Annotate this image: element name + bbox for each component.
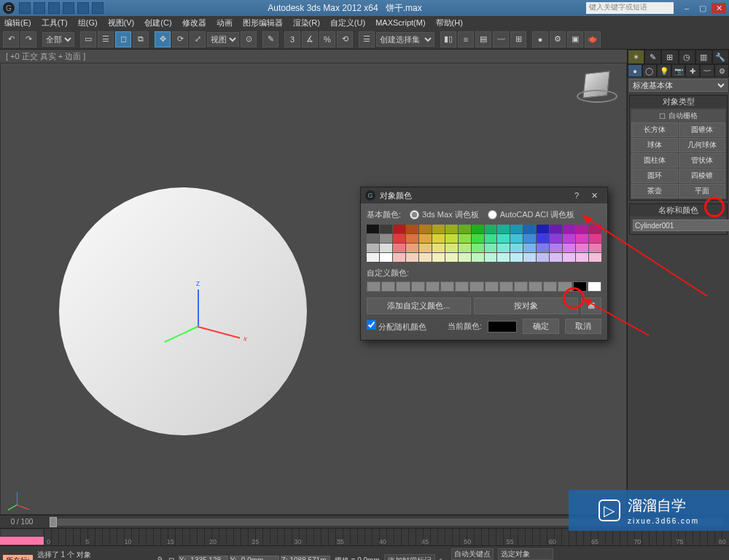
menu-views[interactable]: 视图(V) xyxy=(108,18,135,28)
autokey-button[interactable]: 自动关键点 xyxy=(451,548,494,560)
color-swatch[interactable] xyxy=(419,234,432,243)
color-swatch[interactable] xyxy=(406,234,418,243)
layers-button[interactable]: ▤ xyxy=(475,31,491,47)
motion-tab[interactable]: ◷ xyxy=(679,50,695,64)
menu-help[interactable]: 帮助(H) xyxy=(436,18,463,28)
color-swatch[interactable] xyxy=(432,234,445,243)
schematic-button[interactable]: ⊞ xyxy=(510,31,526,47)
color-swatch[interactable] xyxy=(563,225,575,233)
geometry-button[interactable]: ● xyxy=(628,64,642,77)
color-swatch[interactable] xyxy=(576,225,588,233)
object-name-input[interactable] xyxy=(633,219,729,231)
custom-swatch[interactable] xyxy=(455,281,469,292)
menu-animation[interactable]: 动画 xyxy=(217,18,233,28)
color-swatch[interactable] xyxy=(497,244,510,252)
display-tab[interactable]: ▥ xyxy=(695,50,712,64)
tube-button[interactable]: 管状体 xyxy=(679,153,725,168)
refcoord-select[interactable]: 视图 xyxy=(207,32,239,47)
color-swatch[interactable] xyxy=(563,234,575,243)
shapes-button[interactable]: ◯ xyxy=(642,64,657,77)
viewcube[interactable] xyxy=(580,68,616,104)
lock-icon[interactable]: 🔒 xyxy=(155,556,164,560)
spinner-snap[interactable]: ⟲ xyxy=(337,31,353,47)
window-crossing-button[interactable]: ⧉ xyxy=(133,31,149,47)
x-coord-input[interactable] xyxy=(179,556,228,561)
custom-swatch[interactable] xyxy=(543,281,557,292)
close-button[interactable]: ✕ xyxy=(712,3,726,13)
color-swatch[interactable] xyxy=(523,244,536,252)
minimize-button[interactable]: – xyxy=(679,3,694,13)
qat-button[interactable] xyxy=(48,2,60,14)
color-swatch[interactable] xyxy=(393,244,405,252)
color-swatch[interactable] xyxy=(497,225,510,233)
mirror-button[interactable]: ▮▯ xyxy=(440,31,456,47)
color-swatch[interactable] xyxy=(393,234,405,243)
redo-button[interactable]: ↷ xyxy=(20,31,36,47)
key-icon[interactable]: 🗝 xyxy=(440,556,447,560)
time-tag-button[interactable]: 添加时间标记 xyxy=(384,554,435,561)
spacewarps-button[interactable]: 〰 xyxy=(700,64,714,77)
color-swatch[interactable] xyxy=(576,234,588,243)
custom-swatch[interactable] xyxy=(469,281,483,292)
color-swatch[interactable] xyxy=(406,253,418,262)
select-button[interactable]: ▭ xyxy=(80,31,96,47)
help-search-input[interactable]: 键入关键字或短语 xyxy=(586,2,674,14)
qat-button[interactable] xyxy=(63,2,74,14)
y-coord-input[interactable] xyxy=(230,556,279,561)
color-swatch[interactable] xyxy=(497,234,510,243)
color-swatch[interactable] xyxy=(537,234,549,243)
rollout-object-type[interactable]: 对象类型 xyxy=(630,96,727,108)
viewport-label[interactable]: [ +0 正交 真实 + 边面 ] xyxy=(0,50,627,63)
dialog-help-button[interactable]: ? xyxy=(568,191,585,200)
color-swatch[interactable] xyxy=(485,244,497,252)
color-swatch[interactable] xyxy=(432,244,445,252)
current-color-swatch[interactable] xyxy=(488,321,517,332)
color-swatch[interactable] xyxy=(367,244,379,252)
add-custom-color-button[interactable]: 添加自定义颜色... xyxy=(367,298,471,314)
color-swatch[interactable] xyxy=(419,253,432,262)
torus-button[interactable]: 圆环 xyxy=(631,168,678,183)
color-swatch[interactable] xyxy=(459,244,471,252)
color-swatch[interactable] xyxy=(406,244,418,252)
color-swatch[interactable] xyxy=(432,253,445,262)
qat-button[interactable] xyxy=(92,2,104,14)
color-swatch[interactable] xyxy=(393,225,405,233)
color-swatch[interactable] xyxy=(497,253,510,262)
color-swatch[interactable] xyxy=(510,225,523,233)
render-button[interactable]: 🫖 xyxy=(585,31,601,47)
menu-edit[interactable]: 编辑(E) xyxy=(4,18,31,28)
cancel-button[interactable]: 取消 xyxy=(565,319,601,334)
render-frame-button[interactable]: ▣ xyxy=(567,31,583,47)
category-select[interactable]: 标准基本体 xyxy=(629,79,728,92)
color-swatch[interactable] xyxy=(367,253,379,262)
color-swatch[interactable] xyxy=(510,244,523,252)
color-swatch[interactable] xyxy=(537,244,549,252)
custom-swatch[interactable] xyxy=(573,281,587,292)
render-setup-button[interactable]: ⚙ xyxy=(550,31,566,47)
custom-swatch[interactable] xyxy=(514,281,528,292)
keymode-select[interactable]: 选定对象 xyxy=(498,548,553,560)
custom-swatch[interactable] xyxy=(367,281,381,292)
menu-rendering[interactable]: 渲染(R) xyxy=(293,18,320,28)
color-swatch[interactable] xyxy=(459,253,471,262)
color-swatch[interactable] xyxy=(419,225,432,233)
color-swatch[interactable] xyxy=(537,225,549,233)
custom-swatch[interactable] xyxy=(381,281,395,292)
active-color-button[interactable]: ▦ xyxy=(581,298,601,314)
center-button[interactable]: ⊙ xyxy=(241,31,257,47)
ok-button[interactable]: 确定 xyxy=(523,319,559,334)
custom-swatch[interactable] xyxy=(426,281,440,292)
color-swatch[interactable] xyxy=(367,225,379,233)
color-swatch[interactable] xyxy=(472,234,484,243)
color-swatch[interactable] xyxy=(380,244,392,252)
custom-swatch[interactable] xyxy=(499,281,513,292)
color-swatch[interactable] xyxy=(589,225,601,233)
color-swatch[interactable] xyxy=(419,244,432,252)
color-swatch[interactable] xyxy=(472,244,484,252)
maximize-button[interactable]: ▢ xyxy=(695,3,710,13)
custom-swatch[interactable] xyxy=(485,281,499,292)
helpers-button[interactable]: ✚ xyxy=(685,64,700,77)
lights-button[interactable]: 💡 xyxy=(657,64,671,77)
color-swatch[interactable] xyxy=(550,234,562,243)
menu-grapheditors[interactable]: 图形编辑器 xyxy=(243,18,283,28)
